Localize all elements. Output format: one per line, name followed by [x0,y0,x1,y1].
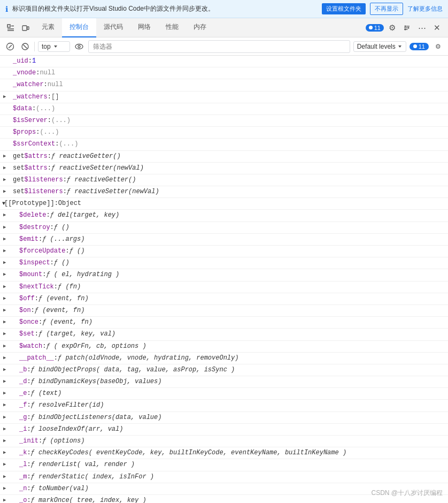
expand-icon[interactable]: ▶ [3,188,6,195]
console-line: _watcher: null [0,79,448,91]
levels-dropdown-icon [397,44,403,49]
console-line[interactable]: ▶ $forceUpdate: ƒ () [0,246,448,257]
console-settings-icon[interactable]: ⚙ [432,41,444,52]
info-bar: ℹ 标识项目的根文件夹以打开Visual Studio Code中的源文件并同步… [0,0,448,18]
expand-icon[interactable]: ▶ [3,342,6,350]
expand-icon[interactable]: ▶ [3,473,6,481]
console-line[interactable]: ▶ _watchers: [] [0,92,448,103]
tab-network[interactable]: 网络 [130,18,158,37]
expand-icon[interactable]: ▶ [3,330,6,338]
console-line[interactable]: ▶ $watch: ƒ ( expOrFn, cb, options ) [0,341,448,353]
filter-input[interactable] [88,40,350,53]
console-line[interactable]: ▶ $set: ƒ (target, key, val) [0,329,448,340]
console-line[interactable]: ▶ set $listeners: ƒ reactiveSetter(newVa… [0,186,448,198]
tab-memory[interactable]: 内存 [186,18,214,37]
tab-performance[interactable]: 性能 [158,18,186,37]
expand-icon[interactable]: ▶ [3,485,6,492]
console-line[interactable]: ▶ get $listeners: ƒ reactiveGetter() [0,174,448,186]
console-line[interactable]: ▶ $emit: ƒ (...args) [0,234,448,246]
tab-sources[interactable]: 源代码 [96,18,130,37]
expand-icon[interactable]: ▶ [3,247,6,255]
console-line: _uid: 1 [0,56,448,67]
console-line[interactable]: ▶ $nextTick: ƒ (fn) [0,281,448,293]
console-line[interactable]: ▶ _k: ƒ checkKeyCodes( eventKeyCode, key… [0,447,448,459]
expand-icon[interactable]: ▶ [3,366,6,374]
expand-icon[interactable]: ▶ [3,176,6,184]
set-root-folder-button[interactable]: 设置根文件夹 [322,3,366,14]
expand-icon[interactable]: ▶ [3,461,6,468]
svg-rect-0 [7,25,10,27]
console-line[interactable]: ▶ $destroy: ƒ () [0,222,448,234]
console-line[interactable]: ▶ _e: ƒ (text) [0,388,448,400]
expand-icon[interactable]: ▶ [3,259,6,266]
console-line[interactable]: ▶ _g: ƒ bindObjectListeners(data, value) [0,412,448,424]
tab-bar-left [4,21,32,34]
stop-icon[interactable] [19,41,31,52]
expand-icon[interactable]: ▼ [2,200,5,208]
more-tools-icon[interactable]: ⋯ [415,21,429,35]
eye-icon[interactable] [73,41,85,52]
close-devtools-icon[interactable]: ✕ [430,21,444,35]
console-error-count[interactable]: 11 [410,43,429,50]
console-line: $data: (...) [0,103,448,115]
console-line[interactable]: ▶ _b: ƒ bindObjectProps( data, tag, valu… [0,364,448,376]
tab-elements[interactable]: 元素 [34,18,62,37]
expand-icon[interactable]: ▶ [3,211,6,219]
svg-marker-19 [398,45,401,48]
console-line[interactable]: ▶ _m: ƒ renderStatic( index, isInFor ) [0,471,448,483]
console-line[interactable]: ▶ _i: ƒ looseIndexOf(arr, val) [0,424,448,436]
expand-icon[interactable]: ▶ [3,414,6,421]
expand-icon[interactable]: ▶ [3,224,6,231]
dismiss-button[interactable]: 不再显示 [370,3,403,15]
clear-console-icon[interactable] [4,41,16,52]
console-line[interactable]: ▶ $inspect: ƒ () [0,257,448,269]
expand-icon[interactable]: ▶ [3,437,6,445]
expand-icon[interactable]: ▶ [3,378,6,385]
default-levels-dropdown[interactable]: Default levels [353,41,406,52]
console-line[interactable]: ▶ $mount: ƒ ( el, hydrating ) [0,269,448,281]
console-line[interactable]: ▶ _l: ƒ renderList( val, render ) [0,459,448,471]
toolbar-separator [34,42,35,51]
console-line[interactable]: ▶ set $attrs: ƒ reactiveSetter(newVal) [0,163,448,174]
svg-point-17 [75,44,83,49]
expand-icon[interactable]: ▶ [3,354,6,362]
expand-icon[interactable]: ▶ [3,164,6,172]
svg-line-15 [24,44,27,48]
expand-icon[interactable]: ▶ [3,295,6,302]
expand-icon[interactable]: ▶ [3,271,6,278]
expand-icon[interactable]: ▶ [3,390,6,397]
expand-icon[interactable]: ▶ [3,497,6,503]
console-line[interactable]: ▶ $off: ƒ (event, fn) [0,293,448,305]
expand-icon[interactable]: ▶ [3,307,6,314]
expand-icon[interactable]: ▶ [3,401,6,409]
expand-icon[interactable]: ▶ [3,318,6,326]
console-toolbar: top Default levels 11 ⚙ [0,37,448,56]
settings-icon[interactable]: ⚙ [385,21,399,35]
context-dropdown-icon [53,44,58,49]
info-icon: ℹ [5,5,8,13]
console-line[interactable]: ▶ _init: ƒ (options) [0,436,448,447]
customize-icon[interactable] [400,21,414,35]
console-line[interactable]: ▶ __patch__: ƒ patch(oldVnode, vnode, hy… [0,353,448,364]
expand-icon[interactable]: ▶ [3,283,6,291]
tab-console[interactable]: 控制台 [62,18,96,37]
expand-icon[interactable]: ▶ [3,93,6,101]
console-line[interactable]: ▶ $once: ƒ (event, fn) [0,317,448,329]
console-line: _vnode: null [0,67,448,79]
console-line-prototype[interactable]: ▼ [[Prototype]]: Object [0,198,448,210]
console-line[interactable]: ▶ $delete: ƒ del(target, key) [0,210,448,222]
expand-icon[interactable]: ▶ [3,235,6,243]
expand-icon[interactable]: ▶ [3,449,6,456]
context-selector[interactable]: top [38,41,70,52]
console-error-badge[interactable]: 11 [366,24,384,32]
console-line[interactable]: ▶ _f: ƒ resolveFilter(id) [0,400,448,411]
svg-rect-5 [27,27,29,29]
device-toolbar-icon[interactable] [19,21,32,34]
expand-icon[interactable]: ▶ [3,425,6,433]
learn-more-link[interactable]: 了解更多信息 [407,5,443,13]
console-line[interactable]: ▶ get $attrs: ƒ reactiveGetter() [0,151,448,163]
console-line[interactable]: ▶ _d: ƒ bindDynamicKeys(baseObj, values) [0,376,448,388]
inspect-element-icon[interactable] [4,21,17,34]
console-line[interactable]: ▶ $on: ƒ (event, fn) [0,305,448,317]
expand-icon[interactable]: ▶ [3,153,6,160]
